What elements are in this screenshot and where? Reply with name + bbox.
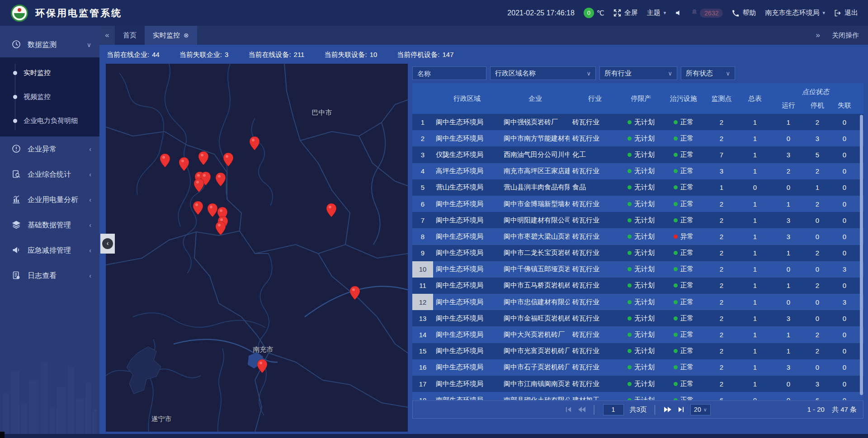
- theme-button[interactable]: 主题▾: [647, 9, 666, 17]
- status-filter-select[interactable]: 所有状态∨: [681, 66, 735, 80]
- sidebar-item-5[interactable]: 应急减排管理‹: [0, 238, 99, 263]
- help-button[interactable]: 帮助: [732, 9, 756, 17]
- table-row[interactable]: 17阆中生态环境局阆中市江南镇阆南页岩砖瓦行业无计划正常21030: [412, 376, 863, 392]
- first-page-button[interactable]: [565, 406, 572, 413]
- map-pin-13[interactable]: [216, 221, 226, 235]
- sidebar-item-0[interactable]: 数据监测∨: [0, 32, 99, 57]
- table-row[interactable]: 15阆中生态环境局阆中市光富页岩机砖厂砖瓦行业无计划正常21120: [412, 343, 863, 359]
- map-pin-9[interactable]: [193, 201, 203, 215]
- page-number-input[interactable]: [603, 404, 624, 415]
- table-row[interactable]: 11阆中生态环境局阆中市五马桥页岩机砖砖瓦行业无计划正常21120: [412, 278, 863, 294]
- monitor-count-cell: 2: [705, 278, 738, 294]
- map-pin-4[interactable]: [179, 157, 189, 171]
- status-dot-icon: [674, 251, 678, 255]
- facility-status-cell: 正常: [662, 392, 705, 400]
- row-number-cell: 11: [412, 278, 433, 294]
- company-cell: 阆中市江南镇阆南页岩: [501, 376, 570, 392]
- fullscreen-button[interactable]: 全屏: [613, 9, 638, 17]
- table-row[interactable]: 1阆中生态环境局阆中强锐页岩砖厂砖瓦行业无计划正常21120: [412, 114, 863, 130]
- status-dot-icon: [674, 300, 678, 304]
- table-row[interactable]: 8阆中生态环境局阆中市枣碧大梁山页岩砖瓦行业无计划异常21300: [412, 228, 863, 245]
- table-row[interactable]: 13阆中生态环境局阆中市金福旺页岩机砖砖瓦行业无计划正常21300: [412, 310, 863, 326]
- column-group-point-status: 点位状态: [772, 88, 859, 96]
- table-row[interactable]: 2阆中生态环境局阆中市南方节能建材有砖瓦行业无计划正常21030: [412, 130, 863, 146]
- sidebar-skyline-decoration: [0, 353, 99, 434]
- status-dot-icon: [627, 185, 632, 189]
- sidebar-item-3[interactable]: 企业用电量分析‹: [0, 187, 99, 212]
- map-collapse-toggle[interactable]: ‹: [100, 234, 115, 254]
- pager-separator: │: [592, 405, 597, 414]
- table-row[interactable]: 6阆中生态环境局阆中市金博瑞新型墙材砖瓦行业无计划正常21120: [412, 196, 863, 212]
- map-pin-1[interactable]: [198, 151, 208, 165]
- map-pin-2[interactable]: [223, 153, 233, 166]
- record-range-label: 1 - 20: [807, 405, 825, 414]
- table-row[interactable]: 18南部生态环境局南部县砌化土砖有限公建材加工无计划正常60060: [412, 392, 863, 400]
- map-pin-15[interactable]: [350, 286, 360, 300]
- sidebar-item-label: 企业异常: [28, 145, 57, 154]
- bullet-dot-icon: [13, 119, 17, 123]
- stat-value: 147: [443, 51, 454, 59]
- company-cell: 阆中市忠信建材有限公: [501, 294, 570, 310]
- lost-count-cell: 0: [830, 310, 859, 326]
- map-pin-8[interactable]: [216, 173, 226, 186]
- close-operations-button[interactable]: 关闭操作: [832, 31, 859, 40]
- table-row[interactable]: 4高坪生态环境局南充市高坪区王家店建砖瓦行业无计划正常31220: [412, 163, 863, 179]
- page-size-select[interactable]: 20∨: [690, 404, 711, 415]
- meter-count-cell: 1: [738, 326, 772, 343]
- logout-button[interactable]: 退出: [834, 9, 858, 17]
- table-row[interactable]: 10阆中生态环境局阆中千佛镇五郎垭页岩砖瓦行业无计划正常21003: [412, 261, 863, 278]
- facility-status-cell: 正常: [662, 245, 705, 261]
- table-scrollbar-thumb[interactable]: [860, 115, 863, 395]
- column-header-company: 企业: [501, 83, 570, 114]
- table-row[interactable]: 14阆中生态环境局阆中大兴页岩机砖厂砖瓦行业无计划正常21120: [412, 326, 863, 343]
- run-count-cell: 3: [772, 310, 805, 326]
- sidebar-item-2[interactable]: 企业综合统计‹: [0, 162, 99, 187]
- table-row[interactable]: 7阆中生态环境局阆中明阳建材有限公司砖瓦行业无计划正常21300: [412, 212, 863, 228]
- tab-realtime-monitor[interactable]: 实时监控 ⊗: [145, 26, 197, 45]
- table-row[interactable]: 9阆中生态环境局阆中市二龙长宝页岩砖砖瓦行业无计划正常21120: [412, 245, 863, 261]
- table-row[interactable]: 16阆中生态环境局阆中市石子页岩机砖厂砖瓦行业无计划正常21300: [412, 359, 863, 376]
- map-panel[interactable]: 巴中市南充市遂宁市: [106, 64, 408, 432]
- previous-page-button[interactable]: [578, 406, 586, 413]
- industry-cell: 食品: [570, 179, 620, 196]
- tabs-scroll-right-button[interactable]: »: [816, 31, 820, 40]
- industry-filter-select[interactable]: 所有行业∨: [599, 66, 677, 80]
- stop-status-cell: 无计划: [620, 343, 662, 359]
- meter-count-cell: 1: [738, 163, 772, 179]
- last-page-button[interactable]: [678, 406, 684, 413]
- sidebar-item-6[interactable]: 日志查看‹: [0, 263, 99, 288]
- map-pin-14[interactable]: [326, 203, 336, 217]
- mute-button[interactable]: [675, 9, 682, 16]
- lost-count-cell: 3: [830, 261, 859, 278]
- name-filter-input[interactable]: [412, 66, 486, 80]
- tab-close-icon[interactable]: ⊗: [184, 32, 189, 39]
- map-pin-10[interactable]: [208, 203, 217, 217]
- tab-home[interactable]: 首页: [115, 26, 145, 45]
- meter-count-cell: 1: [738, 278, 772, 294]
- column-header-stop: 停限产: [620, 83, 662, 114]
- map-pin-16[interactable]: [257, 359, 267, 373]
- sidebar-subitem-0-1[interactable]: 视频监控: [0, 85, 99, 109]
- sidebar-item-4[interactable]: 基础数据管理‹: [0, 212, 99, 238]
- sidebar-item-1[interactable]: 企业异常‹: [0, 137, 99, 162]
- map-pin-7[interactable]: [194, 179, 204, 192]
- table-row[interactable]: 12阆中生态环境局阆中市忠信建材有限公砖瓦行业无计划正常21003: [412, 294, 863, 310]
- table-row[interactable]: 3仪陇生态环境局西南油气田分公司川中化工无计划正常71350: [412, 146, 863, 163]
- region-filter-select[interactable]: 行政区域名称∨: [490, 66, 596, 80]
- sidebar-subitem-0-2[interactable]: 企业电力负荷明细: [0, 109, 99, 133]
- sidebar-subitem-0-0[interactable]: 实时监控: [0, 61, 99, 85]
- map-pin-3[interactable]: [160, 154, 170, 167]
- table-row[interactable]: 5营山生态环境局营山县润丰肉食品有限食品无计划正常10010: [412, 179, 863, 196]
- app-logo: [11, 5, 28, 22]
- company-cell: 阆中明阳建材有限公司: [501, 212, 570, 228]
- tabs-scroll-left-button[interactable]: «: [99, 26, 115, 45]
- status-dot-icon: [627, 202, 632, 206]
- region-cell: 阆中生态环境局: [433, 278, 501, 294]
- sidebar: 数据监测∨实时监控视频监控企业电力负荷明细企业异常‹企业综合统计‹企业用电量分析…: [0, 26, 99, 438]
- user-menu[interactable]: 南充市生态环境局▾: [765, 9, 825, 17]
- map-pin-0[interactable]: [250, 137, 259, 150]
- stop-status-cell: 无计划: [620, 130, 662, 146]
- tab-bar: « 首页 实时监控 ⊗ » 关闭操作: [99, 26, 868, 45]
- notifications-button[interactable]: 2632: [691, 9, 723, 18]
- next-page-button[interactable]: [664, 406, 672, 413]
